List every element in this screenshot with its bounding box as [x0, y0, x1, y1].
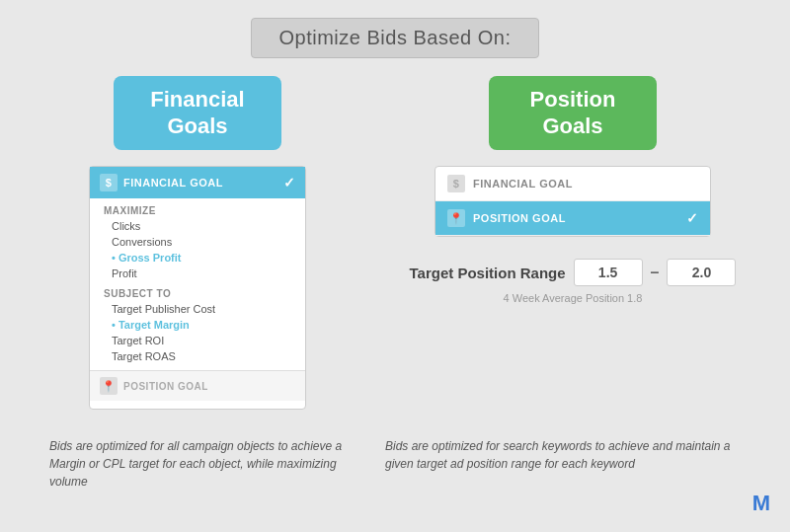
- right-column: PositionGoals $ FINANCIAL GOAL 📍 POSITIO…: [375, 76, 770, 410]
- menu-item-target-margin[interactable]: Target Margin: [90, 317, 305, 333]
- right-financial-label: FINANCIAL GOAL: [473, 178, 573, 190]
- dollar-icon-gray: $: [447, 175, 465, 192]
- maximize-section-label: MAXIMIZE: [90, 198, 305, 218]
- marin-logo: M: [752, 491, 770, 516]
- subject-to-section-label: SUBJECT TO: [90, 281, 305, 301]
- position-goal-footer[interactable]: 📍 POSITION GOAL: [90, 370, 305, 401]
- financial-goal-checkmark: ✓: [283, 175, 296, 190]
- menu-item-conversions[interactable]: Conversions: [90, 234, 305, 250]
- right-panel-position-row[interactable]: 📍 POSITION GOAL ✓: [435, 201, 710, 236]
- right-description: Bids are optimized for search keywords t…: [365, 437, 760, 491]
- financial-goal-header-label: FINANCIAL GOAL: [123, 177, 223, 189]
- menu-item-target-publisher-cost[interactable]: Target Publisher Cost: [90, 301, 305, 317]
- right-panel-financial-row[interactable]: $ FINANCIAL GOAL: [435, 167, 710, 201]
- position-row-checkmark: ✓: [686, 210, 699, 226]
- financial-goals-button[interactable]: FinancialGoals: [114, 76, 281, 150]
- bottom-descriptions: Bids are optimized for all campaign obje…: [0, 437, 790, 491]
- financial-dropdown-panel: $ FINANCIAL GOAL ✓ MAXIMIZE Clicks Conve…: [89, 166, 306, 410]
- right-desc-text: Bids are optimized for search keywords t…: [385, 437, 741, 473]
- right-panel: $ FINANCIAL GOAL 📍 POSITION GOAL ✓: [434, 166, 711, 237]
- optimize-heading: Optimize Bids Based On:: [251, 18, 540, 58]
- range-max-input[interactable]: 2.0: [667, 259, 736, 286]
- left-desc-text: Bids are optimized for all campaign obje…: [49, 437, 346, 491]
- pin-icon-gray: 📍: [100, 377, 118, 395]
- dollar-icon: $: [100, 174, 118, 191]
- range-dash: –: [651, 264, 660, 281]
- left-column: FinancialGoals $ FINANCIAL GOAL ✓ MAXIMI…: [20, 76, 375, 410]
- menu-item-target-roi[interactable]: Target ROI: [90, 333, 305, 348]
- range-min-input[interactable]: 1.5: [574, 259, 643, 286]
- avg-position-label: 4 Week Average Position 1.8: [504, 292, 643, 304]
- columns-layout: FinancialGoals $ FINANCIAL GOAL ✓ MAXIMI…: [0, 76, 790, 410]
- position-goal-footer-label: POSITION GOAL: [123, 381, 208, 392]
- menu-item-target-roas[interactable]: Target ROAS: [90, 348, 305, 364]
- right-position-label: POSITION GOAL: [473, 212, 566, 224]
- pin-icon-white: 📍: [447, 209, 465, 227]
- target-position-range-label: Target Position Range: [410, 265, 566, 281]
- left-description: Bids are optimized for all campaign obje…: [30, 437, 365, 491]
- position-goals-button[interactable]: PositionGoals: [489, 76, 657, 150]
- menu-item-profit[interactable]: Profit: [90, 266, 305, 281]
- position-range-row: Target Position Range 1.5 – 2.0: [410, 259, 737, 286]
- menu-item-gross-profit[interactable]: Gross Profit: [90, 250, 305, 266]
- financial-goal-header-icon-group: $ FINANCIAL GOAL: [100, 174, 223, 191]
- main-container: Optimize Bids Based On: FinancialGoals $…: [0, 0, 790, 532]
- financial-goal-header[interactable]: $ FINANCIAL GOAL ✓: [90, 167, 305, 198]
- menu-item-clicks[interactable]: Clicks: [90, 218, 305, 234]
